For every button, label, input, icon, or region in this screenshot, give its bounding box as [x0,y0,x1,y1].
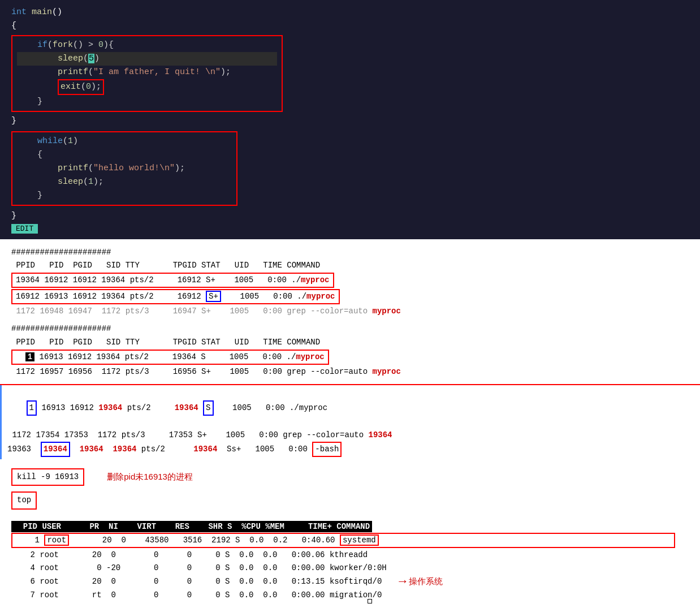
code-line-exit: exit(0); [17,79,277,95]
code-line-while-open: { [17,148,232,162]
fork-block: if(fork() > 0){ sleep(5) printf("I am fa… [11,35,283,112]
ps-header-1: PPID PID PGID SID TTY TPGID STAT UID TIM… [11,259,689,272]
ps-row-3-2: 1172 17354 17353 1172 pts/3 17353 S+ 100… [7,429,689,442]
top-row-4: 6 root 20 0 0 0 0 S 0.0 0.0 0:13.15 ksof… [11,575,382,588]
hash-line-1: ##################### [11,246,689,259]
editor-status-bar: EDIT [11,224,38,234]
kill-command-text: kill -9 16913 [17,472,79,481]
ps-section-3: 1 16913 16912 19364 pts/2 19364 S 1005 0… [0,385,700,459]
code-line-while-close: } [17,189,232,202]
code-line-brace3: } [11,209,689,223]
code-line-fork: if(fork() > 0){ [17,38,277,52]
kill-command-box: kill -9 16913 [11,468,84,486]
top-row-5: 7 root rt 0 0 0 0 S 0.0 0.0 0:00.00 migr… [11,589,689,602]
code-line-sleep2: sleep(1); [17,175,232,189]
top-row-3: 4 root 0 -20 0 0 0 S 0.0 0.0 0:00.00 kwo… [11,562,689,575]
code-line-printf2: printf("hello world!\n"); [17,162,232,175]
top-command-box: top [11,491,37,509]
os-annotation-text: 操作系统 [409,576,443,587]
ps-row-2-2: 1172 16957 16956 1172 pts/3 16956 S+ 100… [11,365,689,378]
code-line-while: while(1) [17,135,232,148]
ps-row-2-1: 1 16913 16912 19364 pts/2 19364 S 1005 0… [11,350,329,365]
code-editor: int main() { if(fork() > 0){ sleep(5) pr… [0,0,700,239]
top-row-4-container: 6 root 20 0 0 0 0 S 0.0 0.0 0:13.15 ksof… [11,575,689,589]
top-table-header-row: PID USER PR NI VIRT RES SHR S %CPU %MEM … [11,521,372,532]
kill-annotation: 删除pid未16913的进程 [107,472,193,482]
hash-line-2: ##################### [11,322,689,335]
code-line-brace2: } [11,114,689,128]
ps-row-3-1: 1 16913 16912 19364 pts/2 19364 S 1005 0… [7,387,689,429]
code-line-printf1: printf("I am father, I quit! \n"); [17,66,277,79]
code-line-main: int main() [11,6,689,19]
ps-section-2: ##################### PPID PID PGID SID … [0,320,700,380]
ps-row-1-2: 16912 16913 16912 19364 pts/2 16912 S+ 1… [11,289,340,304]
ps-row-3-3: 19363 19364 19364 19364 pts/2 19364 Ss+ … [7,442,689,457]
while-block: while(1) { printf("hello world!\n"); sle… [11,131,237,206]
os-annotation: → 操作系统 [399,575,442,589]
ps-row-1-1: 19364 16912 16912 19364 pts/2 16912 S+ 1… [11,273,334,288]
ps-row-1-3: 1172 16948 16947 1172 pts/3 16947 S+ 100… [11,305,689,318]
top-table-header: PID USER PR NI VIRT RES SHR S %CPU %MEM … [11,521,372,532]
kill-section: kill -9 16913 删除pid未16913的进程 [0,464,700,490]
top-command-section: top [0,490,700,514]
code-line-sleep: sleep(5) [17,52,277,66]
top-output: PID USER PR NI VIRT RES SHR S %CPU %MEM … [0,519,700,609]
top-row-1: 1 root 20 0 43580 3516 2192 S 0.0 0.2 0:… [11,533,675,548]
code-line-fork-close: } [17,95,277,109]
code-line-brace1: { [11,19,689,33]
top-command-text: top [17,495,31,504]
ps-header-2: PPID PID PGID SID TTY TPGID STAT UID TIM… [11,336,689,349]
top-row-2: 2 root 20 0 0 0 0 S 0.0 0.0 0:00.06 kthr… [11,549,689,562]
small-square-indicator [368,599,372,603]
ps-section-1: ##################### PPID PID PGID SID … [0,239,700,320]
